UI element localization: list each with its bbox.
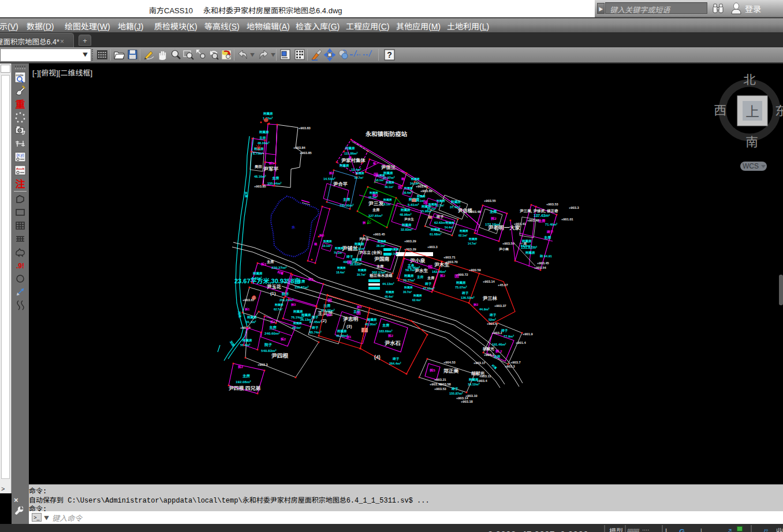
svg-text:西: 西 — [714, 100, 726, 118]
svg-text:+903.45: +903.45 — [373, 231, 385, 237]
svg-text:+904.53: +904.53 — [443, 359, 456, 365]
svg-text:46.4m²: 46.4m² — [385, 294, 394, 298]
svg-text:尹志明: 尹志明 — [343, 315, 359, 323]
svg-text:北: 北 — [743, 69, 756, 88]
svg-text:+903.60: +903.60 — [420, 188, 432, 193]
svg-text:附属房: 附属房 — [358, 268, 367, 272]
svg-text:尹水生: 尹水生 — [404, 216, 414, 222]
svg-text:44.13m²: 44.13m² — [382, 282, 394, 286]
svg-text:+901.4: +901.4 — [516, 340, 526, 345]
svg-text:附属房: 附属房 — [446, 220, 454, 224]
svg-text:拆3: 拆3 — [357, 305, 361, 309]
svg-text:+900.72: +900.72 — [456, 272, 468, 277]
svg-text:54.4m²: 54.4m² — [445, 225, 454, 229]
svg-text:136.52m²: 136.52m² — [461, 295, 475, 300]
svg-text:附属房: 附属房 — [402, 223, 412, 227]
svg-text:主房: 主房 — [267, 259, 274, 264]
svg-text:附属房: 附属房 — [356, 171, 364, 175]
svg-text:主房: 主房 — [417, 274, 424, 279]
svg-text:附属房: 附属房 — [335, 246, 344, 250]
svg-text:主房: 主房 — [272, 175, 279, 181]
svg-text:主房: 主房 — [538, 218, 545, 223]
svg-text:附属房: 附属房 — [263, 111, 273, 116]
svg-text:河流: 河流 — [237, 310, 243, 318]
svg-text:尹玉花: 尹玉花 — [267, 283, 282, 290]
svg-text:47.05m²: 47.05m² — [423, 286, 435, 291]
svg-text:拆2: 拆2 — [238, 364, 243, 369]
svg-text:主房: 主房 — [382, 323, 389, 328]
svg-text:主房: 主房 — [259, 135, 266, 140]
svg-text:62.7m²: 62.7m² — [274, 307, 283, 311]
svg-text:主房: 主房 — [343, 197, 350, 202]
svg-text:水: 水 — [292, 224, 296, 230]
svg-text:327.65m²: 327.65m² — [368, 213, 382, 218]
svg-text:附属房: 附属房 — [469, 237, 478, 241]
svg-text:18.1m²: 18.1m² — [382, 202, 391, 206]
svg-text:南: 南 — [745, 132, 758, 150]
svg-text:28.1m²: 28.1m² — [376, 243, 386, 248]
svg-text:砖子: 砖子 — [346, 254, 353, 259]
svg-text:附属房: 附属房 — [525, 250, 535, 255]
svg-text:(3): (3) — [346, 323, 352, 329]
svg-text:拆: 拆 — [363, 220, 366, 225]
svg-text:+900.59: +900.59 — [469, 267, 481, 272]
svg-text:14.7m²: 14.7m² — [468, 241, 477, 245]
svg-text:尹军平: 尹军平 — [263, 165, 279, 173]
svg-text:拆: 拆 — [429, 265, 431, 268]
svg-text:尹水石: 尹水石 — [385, 339, 401, 347]
svg-text:尹小美: 尹小美 — [499, 246, 509, 252]
svg-text:264.4m²: 264.4m² — [389, 361, 401, 366]
svg-text:砖子: 砖子 — [501, 328, 508, 333]
svg-text:+903.53: +903.53 — [546, 201, 558, 207]
svg-text:61.68m²: 61.68m² — [430, 232, 442, 237]
svg-text:主房: 主房 — [427, 275, 434, 280]
svg-text:44.9m²: 44.9m² — [479, 307, 490, 312]
svg-text:附属房: 附属房 — [340, 163, 349, 168]
svg-text:5.61m²: 5.61m² — [408, 202, 419, 207]
svg-text:(x,y): (x,y) — [17, 152, 24, 158]
svg-text:+903.48: +903.48 — [527, 218, 539, 223]
svg-text:30.4m²: 30.4m² — [403, 190, 412, 194]
svg-text:拆1: 拆1 — [346, 335, 351, 339]
svg-text:拆2: 拆2 — [440, 273, 445, 278]
svg-text:租: 租 — [401, 177, 405, 181]
svg-text:(4): (4) — [374, 353, 381, 361]
svg-text:拆: 拆 — [375, 173, 377, 176]
svg-text:30.7m²: 30.7m² — [403, 290, 412, 294]
svg-text:附属房: 附属房 — [370, 190, 378, 194]
svg-text:62.4m²: 62.4m² — [412, 298, 422, 302]
svg-text:附属房: 附属房 — [301, 313, 311, 317]
svg-text:+903.18: +903.18 — [461, 399, 473, 404]
svg-text:砖子: 砖子 — [312, 325, 319, 330]
svg-text:拆2: 拆2 — [491, 216, 497, 221]
svg-text:+903.17: +903.17 — [473, 360, 486, 365]
svg-text:34.1m²: 34.1m² — [410, 181, 419, 185]
svg-text:14.1m²: 14.1m² — [375, 178, 385, 182]
svg-text:+903.85: +903.85 — [254, 183, 266, 189]
svg-text:8.42m²: 8.42m² — [252, 276, 262, 280]
svg-text:8.75m²: 8.75m² — [253, 151, 263, 156]
svg-text:拆3: 拆3 — [308, 277, 313, 282]
svg-text:46.1m²: 46.1m² — [385, 185, 394, 189]
svg-text:附属房: 附属房 — [404, 274, 414, 278]
svg-text:附属房: 附属房 — [337, 329, 347, 334]
svg-text:拆3: 拆3 — [291, 302, 296, 307]
svg-text:拆1: 拆1 — [245, 307, 249, 312]
svg-text:233.02m²: 233.02m² — [321, 308, 335, 313]
svg-text:+903.6: +903.6 — [487, 321, 497, 326]
svg-text:拆: 拆 — [348, 260, 351, 264]
svg-text:砖 64.91: 砖 64.91 — [540, 254, 552, 258]
svg-text:永和镇街防疫站: 永和镇街防疫站 — [365, 129, 408, 138]
svg-text:拆2: 拆2 — [473, 302, 478, 307]
svg-text:+903.84: +903.84 — [293, 145, 306, 150]
svg-text:附属房: 附属房 — [253, 271, 263, 276]
svg-text:拆2: 拆2 — [281, 336, 286, 342]
svg-text:62.63m²: 62.63m² — [434, 220, 446, 225]
svg-text:附属房: 附属房 — [404, 285, 413, 289]
svg-text:70.77m²: 70.77m² — [403, 278, 415, 283]
svg-text:附属房: 附属房 — [431, 227, 441, 232]
svg-text:附属房: 附属房 — [378, 239, 386, 243]
svg-text:77.9m²: 77.9m² — [504, 334, 514, 339]
svg-text:主房: 主房 — [298, 279, 305, 284]
svg-text:拆: 拆 — [399, 185, 401, 189]
